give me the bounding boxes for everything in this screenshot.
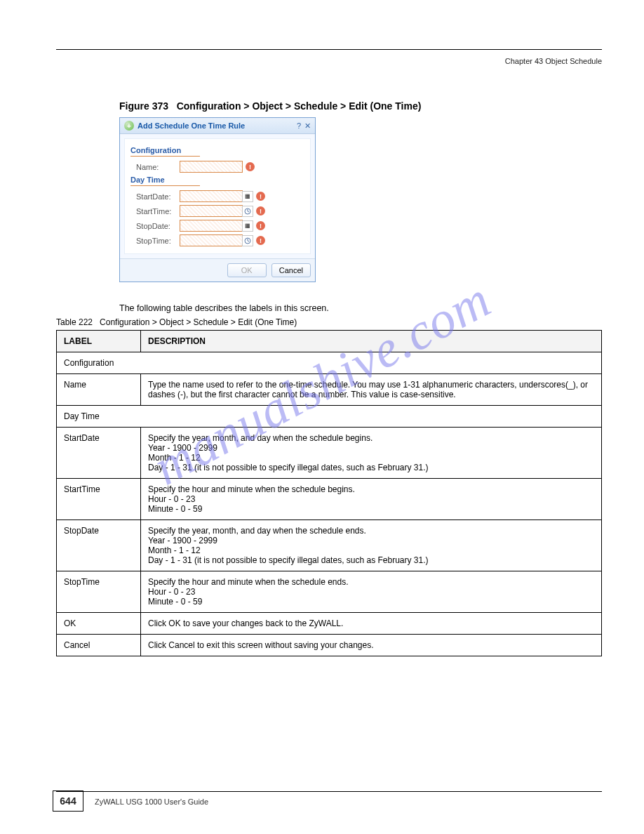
footer-guide: ZyWALL USG 1000 User's Guide — [95, 797, 208, 806]
row-startdate: StartDate: ▦ ! — [130, 190, 304, 202]
table-title: Configuration > Object > Schedule > Edit… — [100, 317, 297, 327]
section-config-heading: Configuration — [130, 146, 304, 154]
description-table: LABEL DESCRIPTION ConfigurationNameType … — [56, 330, 602, 656]
stopdate-label: StopDate: — [130, 222, 180, 230]
error-icon: ! — [246, 162, 255, 171]
chapter-line: Chapter 43 Object — [505, 57, 568, 65]
section-daytime-heading: Day Time — [130, 176, 304, 184]
error-icon: ! — [256, 192, 265, 201]
startdate-label: StartDate: — [130, 192, 180, 201]
calendar-icon[interactable]: ▦ — [242, 191, 253, 202]
section-rule — [130, 156, 304, 157]
table-number: Table 222 — [56, 317, 93, 327]
stoptime-input[interactable] — [180, 234, 243, 246]
section-rule — [130, 185, 304, 186]
table-caption: Table 222 Configuration > Object > Sched… — [56, 317, 602, 327]
row-stopdate: StopDate: ▦ ! — [130, 220, 304, 232]
error-icon: ! — [256, 206, 265, 216]
table-desc-cell: Specify the year, month, and day when th… — [141, 520, 602, 571]
stopdate-input[interactable] — [180, 220, 243, 232]
page-number: 644 — [53, 790, 83, 812]
table-desc-cell: Click OK to save your changes back to th… — [141, 613, 602, 635]
col-desc: DESCRIPTION — [141, 331, 602, 352]
row-name: Name: ! — [130, 161, 304, 173]
figure-title: Configuration > Object > Schedule > Edit… — [177, 100, 422, 112]
table-group: Configuration — [57, 352, 602, 374]
name-input[interactable] — [180, 161, 243, 173]
row-starttime: StartTime: ! — [130, 205, 304, 217]
table-label-cell: StopTime — [57, 571, 141, 613]
starttime-input[interactable] — [180, 205, 243, 217]
stoptime-label: StopTime: — [130, 237, 180, 245]
bottom-rule — [56, 791, 602, 792]
table-intro: The following table describes the labels… — [119, 303, 602, 313]
dialog: + Add Schedule One Time Rule ? ✕ Configu… — [119, 117, 316, 282]
figure-number: Figure 373 — [119, 100, 168, 112]
dialog-body: Configuration Name: ! Day Time StartDate… — [124, 138, 311, 254]
dialog-footer: OK Cancel — [120, 258, 315, 282]
table-label-cell: StartDate — [57, 428, 141, 479]
dialog-titlebar: + Add Schedule One Time Rule ? ✕ — [120, 118, 315, 134]
starttime-label: StartTime: — [130, 207, 180, 216]
clock-icon[interactable] — [242, 206, 253, 217]
table-desc-cell: Click Cancel to exit this screen without… — [141, 635, 602, 656]
name-label: Name: — [130, 163, 180, 171]
figure-caption: Figure 373 Configuration > Object > Sche… — [119, 100, 602, 112]
ok-button[interactable]: OK — [227, 263, 267, 277]
row-stoptime: StopTime: ! — [130, 234, 304, 246]
cancel-button[interactable]: Cancel — [271, 263, 311, 277]
add-icon: + — [124, 121, 134, 131]
calendar-icon[interactable]: ▦ — [242, 220, 253, 232]
dialog-title-text: Add Schedule One Time Rule — [137, 121, 293, 130]
table-label-cell: StopDate — [57, 520, 141, 571]
table-desc-cell: Type the name used to refer to the one-t… — [141, 374, 602, 406]
table-desc-cell: Specify the hour and minute when the sch… — [141, 479, 602, 520]
clock-icon[interactable] — [242, 235, 253, 246]
help-icon[interactable]: ? — [297, 121, 301, 130]
table-group: Day Time — [57, 406, 602, 428]
startdate-input[interactable] — [180, 190, 243, 202]
chapter-header: Chapter 43 Object Schedule — [56, 57, 602, 65]
table-label-cell: StartTime — [57, 479, 141, 520]
table-label-cell: Cancel — [57, 635, 141, 656]
error-icon: ! — [256, 221, 265, 230]
error-icon: ! — [256, 236, 265, 245]
chapter-short: Schedule — [570, 57, 602, 65]
col-label: LABEL — [57, 331, 141, 352]
table-label-cell: OK — [57, 613, 141, 635]
top-rule — [56, 49, 602, 50]
close-icon[interactable]: ✕ — [304, 121, 311, 131]
table-desc-cell: Specify the hour and minute when the sch… — [141, 571, 602, 613]
table-label-cell: Name — [57, 374, 141, 406]
table-desc-cell: Specify the year, month, and day when th… — [141, 428, 602, 479]
